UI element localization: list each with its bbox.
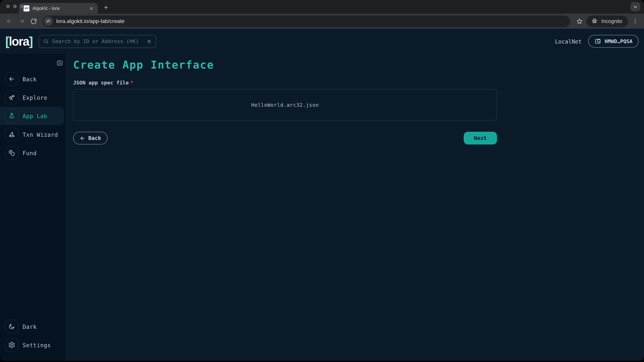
site-settings-icon[interactable] bbox=[44, 16, 53, 26]
sidebar-item-label: Txn Wizard bbox=[23, 131, 58, 138]
sidebar-item-label: Fund bbox=[23, 150, 37, 156]
flask-icon bbox=[5, 109, 18, 123]
tab-close-icon[interactable] bbox=[88, 5, 94, 11]
moon-icon bbox=[5, 320, 18, 333]
sidebar-item-theme-toggle[interactable]: Dark bbox=[0, 317, 66, 336]
browser-menu-kebab-icon[interactable] bbox=[630, 16, 640, 26]
clear-search-icon[interactable] bbox=[146, 39, 152, 43]
minimize-window-button[interactable] bbox=[13, 4, 17, 8]
connected-wallet-button[interactable]: HMWD…PQSA bbox=[588, 35, 639, 48]
tab-title: AlgoKit - lora bbox=[32, 6, 85, 10]
file-dropzone[interactable]: HelloWorld.arc32.json bbox=[73, 89, 497, 121]
telescope-icon bbox=[5, 91, 18, 104]
sidebar-item-explore[interactable]: Explore bbox=[0, 88, 66, 107]
wallet-address: HMWD…PQSA bbox=[605, 38, 632, 44]
incognito-badge: Incognito bbox=[587, 15, 628, 27]
incognito-icon bbox=[591, 17, 598, 25]
page-title: Create App Interface bbox=[73, 59, 644, 71]
sidebar-item-label: Settings bbox=[23, 342, 51, 348]
screen: [ak] AlgoKit - lora + bbox=[0, 0, 644, 362]
back-button-label: Back bbox=[88, 135, 101, 141]
arrow-left-icon bbox=[80, 135, 85, 141]
sidebar-item-txn-wizard[interactable]: Txn Wizard bbox=[0, 125, 66, 144]
app-header: [lora] LocalNet HMWD…PQSA bbox=[0, 29, 644, 54]
sidebar-item-label: Explore bbox=[23, 94, 48, 101]
browser-window: [ak] AlgoKit - lora + bbox=[0, 0, 644, 361]
sidebar: Back Explore App Lab bbox=[0, 54, 67, 361]
coins-icon bbox=[5, 146, 18, 160]
sidebar-footer: Dark Settings bbox=[0, 301, 66, 361]
sidebar-item-app-lab[interactable]: App Lab bbox=[0, 107, 64, 125]
sidebar-item-fund[interactable]: Fund bbox=[0, 144, 66, 162]
sidebar-item-back[interactable]: Back bbox=[0, 70, 66, 88]
app-body: Back Explore App Lab bbox=[0, 54, 644, 361]
form-next-button[interactable]: Next bbox=[464, 132, 497, 144]
sidebar-item-label: Dark bbox=[23, 323, 37, 330]
zoom-window-button[interactable] bbox=[20, 4, 24, 8]
sidebar-nav: Back Explore App Lab bbox=[0, 54, 66, 162]
collapse-sidebar-icon[interactable] bbox=[56, 59, 63, 66]
reload-icon[interactable] bbox=[28, 16, 39, 26]
form-back-button[interactable]: Back bbox=[73, 132, 108, 144]
uploaded-file-name: HelloWorld.arc32.json bbox=[251, 102, 319, 108]
url-text: lora.algokit.io/app-lab/create bbox=[56, 18, 124, 24]
sidebar-item-label: Back bbox=[23, 76, 37, 82]
lora-app: [lora] LocalNet HMWD…PQSA bbox=[0, 29, 644, 361]
new-tab-button[interactable]: + bbox=[101, 3, 111, 13]
back-nav-icon[interactable] bbox=[4, 16, 14, 26]
lora-logo[interactable]: [lora] bbox=[5, 34, 32, 48]
required-marker: * bbox=[130, 80, 133, 86]
tab-search-chevron-icon[interactable] bbox=[630, 2, 640, 11]
browser-tab[interactable]: [ak] AlgoKit - lora bbox=[19, 3, 98, 13]
header-right: LocalNet HMWD…PQSA bbox=[555, 35, 639, 48]
url-bar[interactable]: lora.algokit.io/app-lab/create bbox=[42, 15, 570, 27]
wallet-icon bbox=[594, 38, 602, 45]
global-search[interactable] bbox=[38, 35, 156, 48]
search-icon bbox=[43, 38, 49, 44]
field-label: JSON app spec file* bbox=[73, 80, 644, 86]
next-button-label: Next bbox=[474, 135, 487, 141]
forward-nav-icon[interactable] bbox=[16, 16, 27, 26]
close-window-button[interactable] bbox=[6, 4, 10, 8]
sidebar-item-label: App Lab bbox=[23, 113, 48, 119]
form-actions: Back Next bbox=[73, 132, 497, 144]
main-content: Create App Interface JSON app spec file*… bbox=[67, 54, 644, 361]
wizard-hat-icon bbox=[5, 128, 18, 141]
tab-favicon: [ak] bbox=[24, 5, 30, 11]
search-input[interactable] bbox=[52, 38, 144, 44]
network-label[interactable]: LocalNet bbox=[555, 38, 582, 44]
traffic-lights[interactable] bbox=[6, 4, 24, 8]
incognito-label: Incognito bbox=[602, 18, 622, 24]
gear-icon bbox=[5, 338, 18, 352]
tab-strip: [ak] AlgoKit - lora + bbox=[0, 0, 644, 13]
bookmark-star-icon[interactable] bbox=[574, 16, 585, 26]
arrow-left-icon bbox=[5, 72, 18, 86]
sidebar-item-settings[interactable]: Settings bbox=[0, 336, 66, 354]
browser-toolbar: lora.algokit.io/app-lab/create Incognito bbox=[0, 13, 644, 29]
